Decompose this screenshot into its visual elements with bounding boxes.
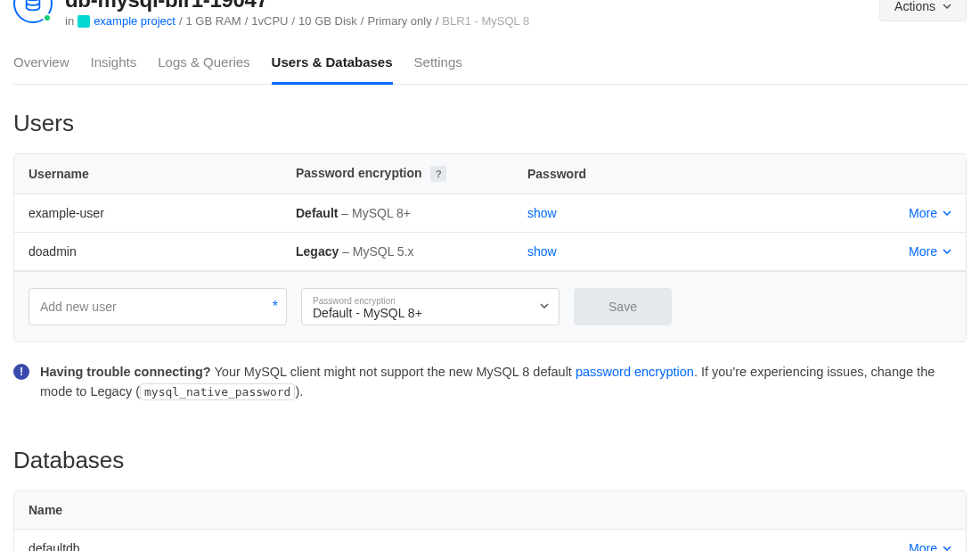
help-icon[interactable]: ? [430, 166, 446, 182]
col-password: Password [527, 167, 889, 181]
region-label: BLR1 - MySQL 8 [442, 14, 529, 28]
actions-label: Actions [894, 0, 935, 13]
project-link[interactable]: example project [94, 14, 176, 28]
project-icon [78, 15, 90, 28]
more-button[interactable]: More [909, 541, 951, 551]
select-value: Default - MySQL 8+ [313, 306, 530, 320]
encryption-cell: Default – MySQL 8+ [296, 206, 527, 220]
notice-heading: Having trouble connecting? [40, 365, 211, 379]
in-label: in [65, 14, 74, 28]
show-password-link[interactable]: show [527, 244, 557, 259]
more-button[interactable]: More [909, 244, 951, 259]
page-title: db-mysql-blr1-19047 [65, 0, 529, 12]
col-name: Name [29, 503, 889, 517]
tab-overview[interactable]: Overview [13, 54, 69, 85]
encryption-select[interactable]: Password encryption Default - MySQL 8+ [301, 288, 559, 325]
table-row: example-user Default – MySQL 8+ show Mor… [14, 194, 966, 233]
spec-primary: Primary only [367, 14, 431, 28]
tab-users-databases[interactable]: Users & Databases [272, 54, 393, 85]
users-table: Username Password encryption ? Password … [13, 153, 967, 342]
chevron-down-icon [943, 546, 951, 551]
tabs: Overview Insights Logs & Queries Users &… [13, 54, 967, 85]
tab-logs-queries[interactable]: Logs & Queries [158, 54, 249, 85]
info-icon: ! [13, 364, 29, 380]
spec-ram: 1 GB RAM [186, 14, 241, 28]
table-row: doadmin Legacy – MySQL 5.x show More [14, 233, 966, 271]
spec-disk: 10 GB Disk [298, 14, 357, 28]
status-dot-icon [43, 13, 52, 22]
tab-settings[interactable]: Settings [414, 54, 462, 85]
encryption-cell: Legacy – MySQL 5.x [296, 244, 527, 259]
password-encryption-link[interactable]: password encryption [576, 365, 694, 379]
chevron-down-icon [943, 249, 951, 254]
username-cell: example-user [29, 206, 296, 220]
tab-insights[interactable]: Insights [91, 54, 137, 85]
actions-button[interactable]: Actions [879, 0, 967, 21]
more-button[interactable]: More [909, 206, 951, 220]
chevron-down-icon [943, 210, 951, 216]
save-button[interactable]: Save [574, 288, 672, 325]
select-label: Password encryption [313, 297, 530, 306]
databases-title: Databases [13, 447, 967, 474]
col-username: Username [29, 167, 296, 181]
username-cell: doadmin [29, 244, 296, 259]
connection-notice: ! Having trouble connecting? Your MySQL … [13, 362, 967, 402]
users-title: Users [13, 110, 967, 137]
database-icon [13, 0, 53, 23]
table-row: defaultdb More [14, 530, 966, 551]
db-name-cell: defaultdb [29, 541, 889, 551]
add-user-input[interactable] [29, 288, 287, 325]
databases-table: Name defaultdb More [13, 490, 967, 551]
breadcrumb: in example project / 1 GB RAM / 1vCPU / … [65, 14, 529, 28]
show-password-link[interactable]: show [527, 206, 557, 220]
chevron-down-icon [540, 303, 549, 308]
spec-cpu: 1vCPU [251, 14, 288, 28]
chevron-down-icon [943, 4, 951, 9]
code-snippet: mysql_native_password [140, 383, 295, 400]
col-encryption: Password encryption ? [296, 166, 527, 182]
required-star-icon: * [273, 299, 278, 315]
